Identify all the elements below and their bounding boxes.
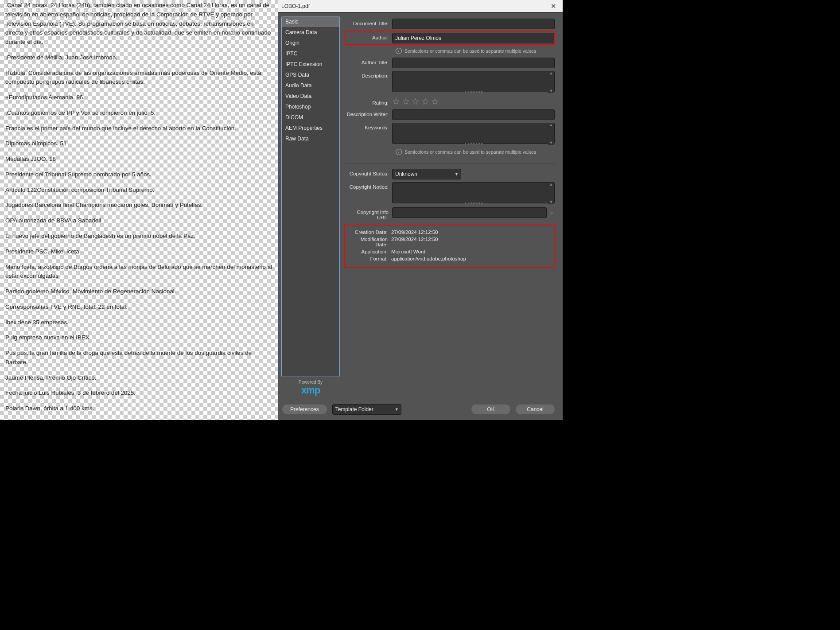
nav-item-audio-data[interactable]: Audio Data [282, 80, 339, 91]
ok-button[interactable]: OK [471, 404, 510, 414]
highlighted-dates-block: Creation Date: 27/09/2024 12:12:50 Modif… [345, 226, 555, 267]
metadata-category-nav: BasicCamera DataOriginIPTCIPTC Extension… [281, 16, 340, 377]
description-writer-input[interactable] [392, 109, 555, 120]
label-rating: Rating: [345, 98, 392, 105]
label-modification-date: Modification Date: [347, 237, 391, 247]
document-paragraph: Artículo 122Constitución composición Tri… [5, 186, 272, 195]
nav-item-video-data[interactable]: Video Data [282, 91, 339, 101]
description-input[interactable] [392, 71, 555, 92]
label-copyright-status: Copyright Status: [345, 169, 392, 176]
author-input[interactable] [392, 33, 555, 43]
nav-item-raw-data[interactable]: Raw Data [282, 133, 339, 144]
label-description-writer: Description Writer: [345, 109, 392, 117]
value-format: application/vnd.adobe.photoshop [391, 256, 466, 261]
document-paragraph: .Canal 24 horas. 24 Horas (24h), también… [5, 1, 272, 47]
author-title-input[interactable] [392, 58, 555, 68]
document-paragraph: Puig empresa nueva en el IBEX [5, 333, 272, 342]
nav-item-photoshop[interactable]: Photoshop [282, 101, 339, 112]
document-paragraph: El nuevo jefe del gobierno de Bangladesh… [5, 232, 272, 241]
info-icon: i [396, 48, 402, 54]
document-paragraph: +Eurodiputados Alemania, 96. [5, 93, 272, 102]
label-copyright-url: Copyright Info URL: [345, 207, 392, 220]
label-format: Format: [347, 256, 391, 261]
titlebar-filename: LOBO-1.pdf [281, 3, 548, 9]
file-info-dialog: LOBO-1.pdf ✕ BasicCamera DataOriginIPTCI… [278, 0, 563, 420]
document-paragraph: Medallas JJOO. 18 [5, 155, 272, 164]
label-copyright-notice: Copyright Notice: [345, 182, 392, 190]
document-text-layer: .Canal 24 horas. 24 Horas (24h), también… [0, 0, 278, 420]
label-document-title: Document Title: [345, 19, 392, 26]
canvas-checkerboard-area: .Canal 24 horas. 24 Horas (24h), también… [0, 0, 278, 420]
star-1-icon[interactable]: ☆ [392, 96, 400, 107]
nav-item-dicom[interactable]: DICOM [282, 112, 339, 123]
document-paragraph: Corresponsalías TVE y RNE, total. 22 en … [5, 303, 272, 312]
cancel-button[interactable]: Cancel [516, 404, 555, 414]
star-3-icon[interactable]: ☆ [412, 96, 420, 107]
label-author-title: Author Title: [345, 58, 392, 65]
value-application: Microsoft Word [391, 249, 425, 254]
dialog-footer: Preferences Template Folder ▼ OK Cancel [278, 400, 563, 420]
label-application: Application: [347, 249, 391, 254]
document-paragraph: ONU 193 miembros [5, 420, 272, 420]
resize-grip-icon[interactable] [465, 143, 482, 144]
label-keywords: Keywords: [345, 123, 392, 130]
nav-item-origin[interactable]: Origin [282, 38, 339, 48]
document-paragraph: Diplomas olímpicos. 51 [5, 139, 272, 148]
document-paragraph: OPA autorizada de BBVA a Sabadell [5, 216, 272, 226]
nav-item-camera-data[interactable]: Camera Data [282, 27, 339, 38]
xmp-logo: xmp [281, 385, 340, 396]
resize-grip-icon[interactable] [465, 91, 482, 93]
star-4-icon[interactable]: ☆ [421, 96, 429, 107]
copyright-url-input[interactable] [392, 207, 547, 218]
nav-item-basic[interactable]: Basic [282, 16, 339, 27]
hint-separator-1: Semicolons or commas can be used to sepa… [404, 48, 536, 54]
keywords-input[interactable] [392, 123, 555, 144]
nav-item-aem-properties[interactable]: AEM Properties [282, 123, 339, 133]
document-paragraph: Partido gobierno México, Movimiento de R… [5, 287, 272, 296]
value-creation-date: 27/09/2024 12:12:50 [391, 229, 438, 235]
document-paragraph: Pus pus, la gran familia de la droga que… [5, 349, 272, 367]
nav-item-gps-data[interactable]: GPS Data [282, 70, 339, 80]
powered-by-block: Powered By xmp [281, 380, 340, 396]
go-to-url-icon[interactable]: ➤ [549, 209, 555, 216]
info-icon: i [396, 149, 402, 155]
star-5-icon[interactable]: ☆ [431, 96, 439, 107]
document-paragraph: Presidente PSC. Mikel Iceta [5, 247, 272, 257]
powered-by-label: Powered By [281, 380, 340, 385]
label-author: Author: [345, 33, 392, 40]
nav-item-iptc-extension[interactable]: IPTC Extension [282, 59, 339, 70]
template-folder-select[interactable]: Template Folder [332, 404, 401, 415]
document-paragraph: Mario Iceta, arzobispo de Burgos ordena … [5, 263, 272, 281]
label-description: Description: [345, 71, 392, 78]
document-paragraph: Presidente del Tribunal Supremo nombrado… [5, 170, 272, 179]
document-paragraph: Jaume Plensa, Premio Ojo Crítico. [5, 373, 272, 383]
label-creation-date: Creation Date: [347, 229, 391, 235]
hint-separator-2: Semicolons or commas can be used to sepa… [404, 149, 536, 155]
document-paragraph: Francia es el primer país del mundo que … [5, 124, 272, 133]
document-paragraph: .Presidente de Melilla, Juan José Imbrod… [5, 53, 272, 62]
document-paragraph: .Cuantos gobiernos de PP y Vox se rompie… [5, 109, 272, 118]
document-paragraph: Ibex tiene 35 empresas. [5, 318, 272, 327]
close-icon[interactable]: ✕ [548, 2, 559, 10]
star-2-icon[interactable]: ☆ [402, 96, 410, 107]
document-paragraph: Fecha juicio Luis Rubiales, 3 de febrero… [5, 389, 272, 398]
resize-grip-icon[interactable] [465, 202, 482, 204]
titlebar: LOBO-1.pdf ✕ [278, 0, 563, 12]
section-divider [345, 163, 555, 163]
value-modification-date: 27/09/2024 12:12:50 [391, 237, 438, 247]
preferences-button[interactable]: Preferences [282, 404, 327, 414]
copyright-notice-input[interactable] [392, 182, 555, 203]
copyright-status-select[interactable]: Unknown [392, 169, 461, 179]
rating-stars[interactable]: ☆ ☆ ☆ ☆ ☆ [392, 96, 439, 107]
document-paragraph: Jugadores Barcelona final Champions marc… [5, 201, 272, 210]
document-paragraph: Hizbulá, Considerada una de las organiza… [5, 69, 272, 87]
nav-item-iptc[interactable]: IPTC [282, 48, 339, 59]
document-title-input[interactable] [392, 19, 555, 29]
document-paragraph: Polaris Dawn, órbita a 1.400 kms. [5, 404, 272, 413]
